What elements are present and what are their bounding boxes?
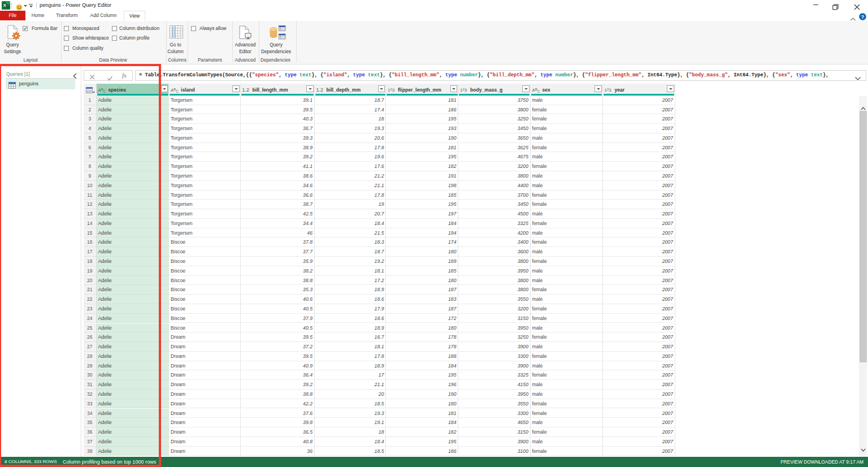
svg-text:X: X — [3, 3, 7, 8]
svg-text:?: ? — [861, 14, 865, 19]
